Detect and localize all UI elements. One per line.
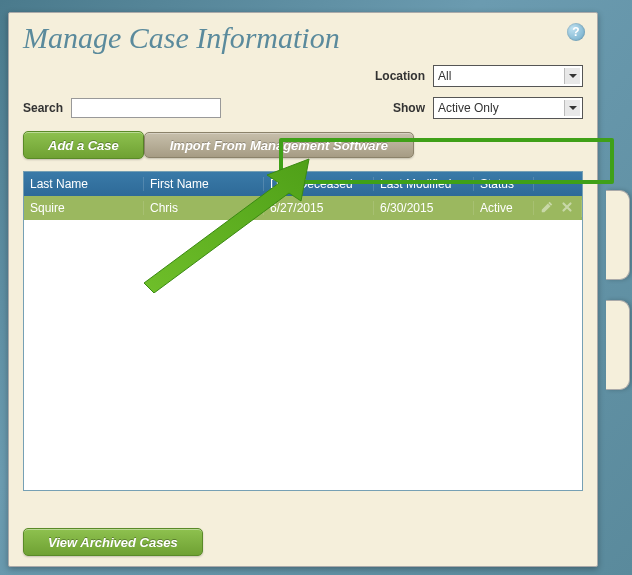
cell-last-modified: 6/30/2015 (374, 201, 474, 215)
view-archived-label: View Archived Cases (48, 535, 178, 550)
table-row[interactable]: Squire Chris 6/27/2015 6/30/2015 Active (24, 196, 582, 220)
footer: View Archived Cases (23, 528, 203, 556)
edit-icon[interactable] (540, 200, 554, 217)
chevron-down-icon (564, 68, 580, 84)
show-value: Active Only (438, 101, 499, 115)
col-last-name[interactable]: Last Name (24, 177, 144, 191)
cell-status: Active (474, 201, 534, 215)
cell-last-name: Squire (24, 201, 144, 215)
row-location: Location All (23, 63, 583, 89)
table-body: Squire Chris 6/27/2015 6/30/2015 Active (24, 196, 582, 220)
row-actions: Add a Case Import From Management Softwa… (23, 129, 583, 161)
table-header: Last Name First Name Date Deceased Last … (24, 172, 582, 196)
cell-first-name: Chris (144, 201, 264, 215)
col-first-name[interactable]: First Name (144, 177, 264, 191)
add-case-label: Add a Case (48, 138, 119, 153)
show-label: Show (393, 101, 425, 115)
delete-icon[interactable] (560, 200, 574, 217)
search-input[interactable] (71, 98, 221, 118)
cell-date-deceased: 6/27/2015 (264, 201, 374, 215)
panel-manage-case-info: ? Manage Case Information Location All S… (8, 12, 598, 567)
view-archived-button[interactable]: View Archived Cases (23, 528, 203, 556)
import-button[interactable]: Import From Management Software (144, 132, 414, 158)
add-case-button[interactable]: Add a Case (23, 131, 144, 159)
page-title: Manage Case Information (23, 21, 583, 55)
col-status[interactable]: Status (474, 177, 534, 191)
search-label: Search (23, 101, 63, 115)
side-tab-1[interactable] (606, 190, 630, 280)
chevron-down-icon (564, 100, 580, 116)
help-icon[interactable]: ? (567, 23, 585, 41)
col-last-modified[interactable]: Last Modified (374, 177, 474, 191)
side-tab-2[interactable] (606, 300, 630, 390)
location-select[interactable]: All (433, 65, 583, 87)
cases-table: Last Name First Name Date Deceased Last … (23, 171, 583, 491)
col-date-deceased[interactable]: Date Deceased (264, 177, 374, 191)
import-label: Import From Management Software (170, 138, 388, 153)
row-search-show: Search Show Active Only (23, 95, 583, 121)
location-label: Location (375, 69, 425, 83)
location-value: All (438, 69, 451, 83)
show-select[interactable]: Active Only (433, 97, 583, 119)
cell-actions (534, 200, 582, 217)
